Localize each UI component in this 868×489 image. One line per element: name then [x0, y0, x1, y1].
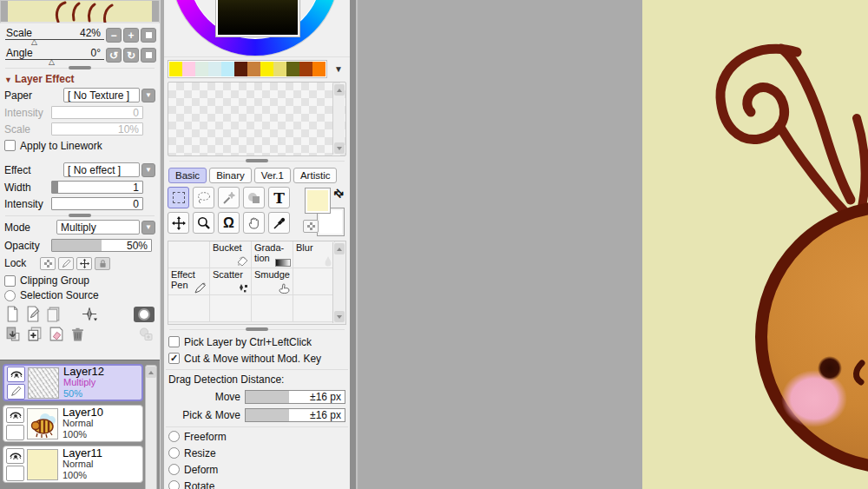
rotate-radio[interactable] — [168, 480, 180, 489]
tab-basic[interactable]: Basic — [168, 168, 207, 183]
color-swatch[interactable] — [260, 62, 273, 76]
resize-radio[interactable] — [168, 447, 180, 459]
color-swatch[interactable] — [299, 62, 312, 76]
brush-smudge[interactable]: Smudge — [252, 268, 293, 295]
lock-all-button[interactable] — [95, 257, 110, 270]
layer-visibility-toggle[interactable] — [7, 367, 25, 382]
layer-visibility-toggle[interactable] — [6, 448, 24, 464]
saturation-value-box[interactable] — [216, 0, 299, 36]
scroll-down-button[interactable] — [334, 311, 345, 322]
color-swatch[interactable] — [247, 62, 260, 76]
clipping-group-checkbox[interactable] — [4, 275, 16, 287]
foreground-color-swatch[interactable] — [305, 188, 331, 214]
tab-ver1[interactable]: Ver.1 — [254, 168, 291, 183]
brush-scatter[interactable]: Scatter — [210, 268, 252, 295]
cut-move-checkbox[interactable]: ✓ — [168, 353, 180, 364]
pick-layer-checkbox[interactable] — [168, 336, 180, 347]
angle-slider[interactable] — [5, 59, 104, 60]
brush-slot-empty[interactable] — [210, 295, 252, 322]
rotate-reset-button[interactable] — [141, 48, 156, 63]
zoom-tool[interactable] — [193, 212, 214, 234]
effect-select[interactable]: [ No effect ] — [63, 162, 140, 177]
layer-row-layer12[interactable]: Layer12 Multiply 50% — [3, 364, 143, 401]
transfer-down-button[interactable] — [5, 326, 21, 342]
brush-slot-empty[interactable] — [252, 295, 293, 322]
lock-pen-button[interactable] — [58, 257, 74, 270]
clear-layer-button[interactable] — [49, 326, 64, 342]
brush-effect-pen[interactable]: Effect Pen — [168, 268, 210, 295]
color-wheel[interactable] — [164, 0, 350, 57]
color-swatch[interactable] — [221, 62, 234, 76]
transparent-color-button[interactable] — [303, 220, 319, 233]
duplicate-layer-button[interactable] — [27, 326, 43, 342]
magic-wand-tool[interactable] — [218, 187, 240, 208]
rotate-ccw-button[interactable]: ↺ — [106, 48, 122, 63]
rotate-cw-button[interactable]: ↻ — [123, 48, 139, 63]
move-tool[interactable] — [168, 212, 189, 234]
brush-slot-empty[interactable] — [293, 295, 335, 322]
canvas[interactable] — [642, 0, 868, 489]
layer-list-scrollbar[interactable] — [145, 365, 157, 489]
paper-texture-select[interactable]: [ No Texture ] — [63, 88, 140, 102]
eyedropper-tool[interactable] — [268, 212, 290, 234]
color-swatch[interactable] — [208, 62, 221, 76]
ruler-compass-button[interactable] — [80, 307, 99, 321]
lock-move-button[interactable] — [76, 257, 92, 270]
brush-slot-empty[interactable] — [168, 295, 210, 322]
deform-radio[interactable] — [168, 464, 180, 475]
brush-bucket[interactable]: Bucket — [210, 241, 252, 268]
color-swatch[interactable] — [286, 62, 299, 76]
blend-mode-select[interactable]: Multiply — [56, 220, 140, 235]
panel-grip[interactable] — [0, 211, 160, 219]
zoom-reset-button[interactable] — [141, 28, 156, 43]
new-layer-set-button[interactable] — [47, 306, 62, 322]
effect-width-slider[interactable]: 1 — [51, 181, 143, 194]
tab-binary[interactable]: Binary — [209, 168, 252, 183]
panel-grip[interactable] — [164, 325, 350, 333]
hand-tool[interactable] — [243, 212, 265, 234]
panel-edge-divider[interactable] — [350, 0, 358, 489]
layer-paint-target-indicator[interactable] — [6, 466, 24, 481]
effect-dropdown-button[interactable]: ▼ — [141, 163, 155, 177]
brush-blur[interactable]: Blur — [293, 241, 335, 268]
rotate-canvas-tool[interactable]: Ω — [218, 212, 240, 234]
scroll-down-button[interactable] — [334, 142, 345, 154]
shape-select-tool[interactable] — [243, 187, 265, 208]
move-distance-slider[interactable]: ±16 px — [245, 390, 345, 404]
layer-visibility-toggle[interactable] — [6, 407, 24, 423]
layer-row-layer11[interactable]: Layer11 Normal 100% — [3, 446, 143, 483]
layer-paint-target-indicator[interactable] — [7, 384, 25, 400]
rect-select-tool[interactable] — [168, 187, 189, 208]
color-swatch[interactable] — [182, 62, 195, 76]
scratchpad-area[interactable] — [168, 82, 346, 156]
scroll-up-button[interactable] — [334, 84, 345, 96]
layer-mask-button[interactable] — [134, 307, 155, 322]
swap-colors-icon[interactable]: ⇄ — [331, 185, 346, 201]
panel-grip[interactable] — [164, 156, 350, 164]
scratchpad-scrollbar[interactable] — [332, 83, 345, 155]
color-swatch[interactable] — [234, 62, 247, 76]
lasso-tool[interactable] — [193, 187, 214, 208]
blend-mode-dropdown-button[interactable]: ▼ — [141, 221, 155, 235]
effect-intensity-slider[interactable]: 0 — [51, 197, 143, 210]
navigator-preview[interactable] — [0, 0, 160, 23]
zoom-out-button[interactable]: − — [106, 28, 122, 43]
brush-slot-empty[interactable] — [293, 268, 335, 295]
apply-linework-checkbox[interactable] — [4, 140, 16, 151]
brush-gradation[interactable]: Grada-tion — [252, 241, 293, 268]
scale-slider[interactable] — [5, 39, 104, 40]
color-swatch[interactable] — [273, 62, 286, 76]
panel-grip[interactable] — [0, 63, 160, 71]
new-linework-layer-button[interactable] — [26, 306, 41, 322]
tab-artistic[interactable]: Artistic — [293, 168, 338, 183]
scroll-up-button[interactable] — [334, 243, 345, 254]
opacity-slider[interactable]: 50% — [51, 239, 152, 252]
color-swatch[interactable] — [169, 62, 182, 76]
freeform-radio[interactable] — [168, 431, 180, 442]
layer-row-layer10[interactable]: Layer10 Normal 100% — [3, 405, 143, 442]
color-swatch[interactable] — [312, 62, 326, 76]
scale-slider-handle[interactable]: △ — [31, 37, 37, 46]
swatch-menu-button[interactable]: ▼ — [334, 64, 343, 74]
new-layer-button[interactable] — [5, 306, 20, 322]
selection-source-radio[interactable] — [4, 290, 16, 301]
